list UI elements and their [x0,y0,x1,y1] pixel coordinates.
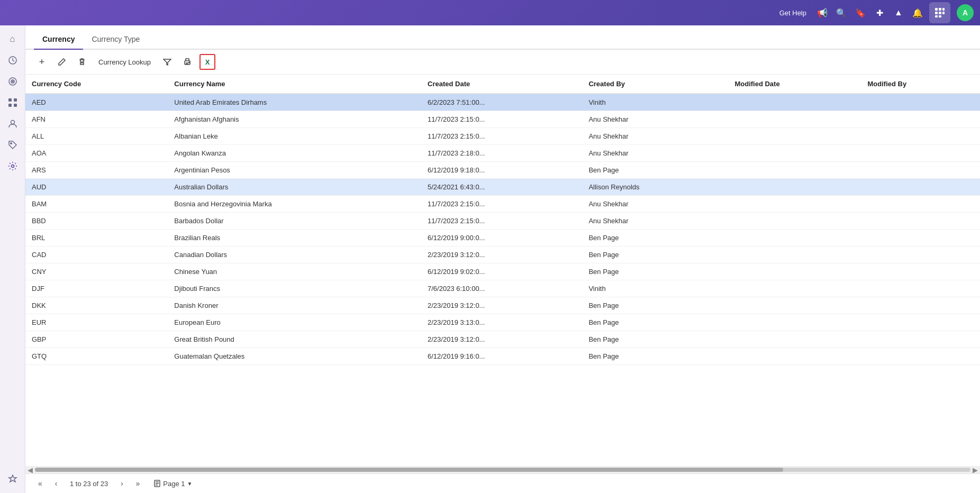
content-area: Currency Currency Type + Currency Lookup [25,25,980,493]
sidebar-item-tag[interactable] [3,135,22,154]
page-selector[interactable]: Page 1 ▼ [153,480,192,488]
scrollbar-track[interactable] [35,468,970,472]
cell-code: AED [25,94,168,111]
sidebar-item-pin[interactable] [3,470,22,489]
bookmark-icon[interactable]: 🔖 [853,5,868,20]
col-header-code: Currency Code [25,75,168,94]
tabs-bar: Currency Currency Type [25,25,980,50]
cell-modified_date [728,145,861,162]
scroll-left-arrow[interactable]: ◀ [28,466,33,474]
sidebar-item-grid[interactable] [3,93,22,112]
delete-button[interactable] [74,54,90,70]
cell-created_by: Ben Page [582,348,728,365]
first-page-button[interactable]: « [34,477,47,490]
get-help-link[interactable]: Get Help [779,9,806,17]
cell-code: BAM [25,196,168,213]
scrollbar-thumb[interactable] [35,468,783,472]
cell-modified_date [728,128,861,145]
cell-created_date: 11/7/2023 2:15:0... [421,111,582,128]
cell-modified_date [728,94,861,111]
cell-name: Angolan Kwanza [168,145,421,162]
table-row[interactable]: CNYChinese Yuan6/12/2019 9:02:0...Ben Pa… [25,263,980,280]
cell-name: United Arab Emirates Dirhams [168,94,421,111]
cell-modified_by [861,348,980,365]
cell-modified_by [861,196,980,213]
table-row[interactable]: EUREuropean Euro2/23/2019 3:13:0...Ben P… [25,314,980,331]
bell-icon[interactable]: 🔔 [910,5,925,20]
search-icon[interactable]: 🔍 [834,5,849,20]
svg-point-17 [10,143,11,144]
crosshair-icon[interactable]: ✚ [872,5,887,20]
svg-rect-6 [935,15,938,17]
cell-modified_by [861,263,980,280]
cell-modified_date [728,263,861,280]
cell-modified_by [861,314,980,331]
cell-name: Barbados Dollar [168,213,421,230]
cell-code: GBP [25,331,168,348]
app-switcher-icon[interactable] [929,2,950,23]
cell-name: Brazilian Reals [168,230,421,246]
cell-created_by: Anu Shekhar [582,196,728,213]
table-row[interactable]: GBPGreat British Pound2/23/2019 3:12:0..… [25,331,980,348]
cell-created_by: Vinith [582,280,728,297]
cell-created_by: Anu Shekhar [582,111,728,128]
table-row[interactable]: BBDBarbados Dollar11/7/2023 2:15:0...Anu… [25,213,980,230]
scroll-right-arrow[interactable]: ▶ [973,466,978,474]
cell-created_by: Ben Page [582,246,728,263]
cell-modified_by [861,128,980,145]
table-row[interactable]: GTQGuatemalan Quetzales6/12/2019 9:16:0.… [25,348,980,365]
tab-currency[interactable]: Currency [34,30,83,50]
excel-export-button[interactable]: X [199,54,215,70]
page-dropdown-icon[interactable]: ▼ [187,481,192,487]
table-row[interactable]: DKKDanish Kroner2/23/2019 3:12:0...Ben P… [25,297,980,314]
cell-created_date: 6/12/2019 9:18:0... [421,162,582,179]
svg-point-18 [11,165,14,168]
table-row[interactable]: AOAAngolan Kwanza11/7/2023 2:18:0...Anu … [25,145,980,162]
last-page-button[interactable]: » [131,477,144,490]
svg-rect-7 [939,15,941,17]
page-label: Page 1 [163,480,185,488]
edit-button[interactable] [54,54,70,70]
cell-modified_date [728,297,861,314]
cell-code: CNY [25,263,168,280]
table-row[interactable]: AEDUnited Arab Emirates Dirhams6/2/2023 … [25,94,980,111]
cell-modified_date [728,162,861,179]
table-row[interactable]: BRLBrazilian Reals6/12/2019 9:00:0...Ben… [25,230,980,246]
horizontal-scrollbar[interactable]: ◀ ▶ [25,466,980,473]
cell-created_by: Anu Shekhar [582,145,728,162]
cell-modified_by [861,213,980,230]
prev-page-button[interactable]: ‹ [50,477,62,490]
user-avatar[interactable]: A [957,4,974,21]
cell-created_date: 2/23/2019 3:12:0... [421,246,582,263]
tab-currency-type[interactable]: Currency Type [83,30,148,50]
table-row[interactable]: DJFDjibouti Francs7/6/2023 6:10:00...Vin… [25,280,980,297]
currency-table-container[interactable]: Currency Code Currency Name Created Date… [25,75,980,466]
add-button[interactable]: + [34,54,50,70]
cell-name: Australian Dollars [168,179,421,196]
sidebar-item-target[interactable] [3,72,22,91]
table-row[interactable]: ARSArgentinian Pesos6/12/2019 9:18:0...B… [25,162,980,179]
table-header-row: Currency Code Currency Name Created Date… [25,75,980,94]
table-row[interactable]: AFNAfghanistan Afghanis11/7/2023 2:15:0.… [25,111,980,128]
svg-rect-15 [14,104,17,107]
table-row[interactable]: AUDAustralian Dollars5/24/2021 6:43:0...… [25,179,980,196]
svg-rect-1 [939,8,941,11]
print-button[interactable] [179,54,195,70]
currency-lookup-button[interactable]: Currency Lookup [94,56,155,68]
cell-code: ALL [25,128,168,145]
table-row[interactable]: CADCanadian Dollars2/23/2019 3:12:0...Be… [25,246,980,263]
svg-rect-12 [8,98,12,102]
sidebar-item-person[interactable] [3,114,22,133]
cell-modified_by [861,162,980,179]
sidebar-item-activity[interactable] [3,51,22,70]
next-page-button[interactable]: › [115,477,128,490]
megaphone-icon[interactable]: 📢 [815,5,830,20]
cell-code: AUD [25,179,168,196]
cell-name: Great British Pound [168,331,421,348]
cube-icon[interactable]: ▲ [891,5,906,20]
table-row[interactable]: ALLAlbanian Leke11/7/2023 2:15:0...Anu S… [25,128,980,145]
sidebar-item-home[interactable]: ⌂ [3,30,22,49]
table-row[interactable]: BAMBosnia and Herzegovinia Marka11/7/202… [25,196,980,213]
sidebar-item-settings[interactable] [3,157,22,176]
filter-button[interactable] [159,54,175,70]
